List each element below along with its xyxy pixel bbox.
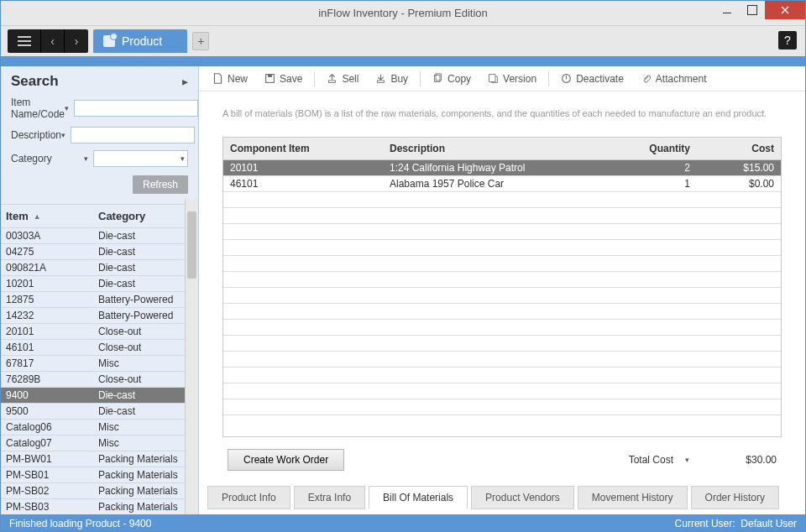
cell-category: Close-out [93,373,185,385]
bom-row-empty[interactable] [223,368,781,383]
list-item[interactable]: 14232Battery-Powered [1,308,185,324]
search-name-label[interactable]: Item Name/Code▾ [11,96,69,120]
tab-bill-of-materials[interactable]: Bill Of Materials [369,486,468,509]
list-item[interactable]: PM-BW01Packing Materials [1,451,185,467]
list-item[interactable]: 090821ADie-cast [1,260,185,276]
menu-button[interactable] [8,29,41,53]
list-item[interactable]: Catalog07Misc [1,436,185,451]
bom-row-empty[interactable] [223,240,781,256]
tab-product-info[interactable]: Product Info [207,486,290,509]
bom-row-empty[interactable] [223,272,781,288]
tab-product[interactable]: Product [93,29,187,53]
header-component[interactable]: Component Item [223,138,383,159]
header-quantity[interactable]: Quantity [621,138,697,159]
attachment-button[interactable]: Attachment [634,70,714,87]
list-item[interactable]: 20101Close-out [1,324,185,340]
new-icon [212,73,223,84]
list-item[interactable]: 46101Close-out [1,340,185,356]
bom-row-empty[interactable] [223,304,781,320]
maximize-button[interactable] [740,1,765,19]
cell-quantity: 1 [621,178,697,190]
list-item[interactable]: 67817Misc [1,356,185,372]
list-item[interactable]: PM-SB03Packing Materials [1,499,185,514]
sidebar-scrollbar[interactable] [185,199,198,514]
search-cat-label[interactable]: Category▾ [11,153,88,164]
header-item[interactable]: Item▲ [1,205,93,227]
minimize-button[interactable] [714,1,740,19]
create-work-order-button[interactable]: Create Work Order [228,449,344,471]
tab-product-vendors[interactable]: Product Vendors [471,486,574,509]
product-icon [103,35,115,47]
bom-row-empty[interactable] [223,383,781,399]
cell-item: 9400 [1,389,93,401]
cell-item: 04275 [1,246,93,258]
list-item[interactable]: 9400Die-cast [1,388,185,404]
tab-bar: ‹ › Product + ? [1,26,805,56]
nav-back-button[interactable]: ‹ [41,29,65,53]
list-item[interactable]: PM-SB02Packing Materials [1,483,185,499]
bom-row-empty[interactable] [223,336,781,352]
nav-group: ‹ › [8,29,88,53]
nav-forward-button[interactable]: › [65,29,88,53]
tab-order-history[interactable]: Order History [691,486,779,509]
bom-row-empty[interactable] [223,256,781,272]
list-item[interactable]: 00303ADie-cast [1,228,185,244]
window-controls [714,1,805,19]
close-button[interactable] [765,1,805,19]
save-button[interactable]: Save [258,70,309,87]
buy-button[interactable]: Buy [369,70,415,87]
bom-row-empty[interactable] [223,208,781,224]
search-desc-input[interactable] [71,127,195,143]
tab-extra-info[interactable]: Extra Info [294,486,365,509]
cell-quantity: 2 [621,162,697,174]
chevron-down-icon: ▾ [61,131,65,139]
item-list-header[interactable]: Item▲ Category [1,204,185,228]
bom-row-empty[interactable] [223,288,781,304]
bom-row[interactable]: 46101Alabama 1957 Police Car1$0.00 [223,176,781,192]
cell-category: Packing Materials [93,501,185,513]
copy-button[interactable]: Copy [426,70,478,87]
list-item[interactable]: 10201Die-cast [1,276,185,292]
cell-item: Catalog06 [1,421,93,433]
toolbar-separator [548,71,549,86]
bom-row-empty[interactable] [223,352,781,368]
bom-row-empty[interactable] [223,320,781,336]
tab-movement-history[interactable]: Movement History [578,486,688,509]
header-description[interactable]: Description [383,138,621,159]
help-button[interactable]: ? [778,31,797,50]
add-tab-button[interactable]: + [192,32,209,50]
bom-row-empty[interactable] [223,224,781,240]
bom-row-empty[interactable] [223,399,781,415]
cell-category: Battery-Powered [93,310,185,321]
search-cat-combo[interactable]: ▾ [93,150,188,167]
toolbar-separator [420,71,421,86]
list-item[interactable]: PM-SB01Packing Materials [1,467,185,483]
total-cost: Total Cost ▾ $30.00 [629,454,777,466]
new-button[interactable]: New [206,70,254,87]
list-item[interactable]: 12875Battery-Powered [1,292,185,308]
deactivate-button[interactable]: Deactivate [554,70,631,87]
sell-button[interactable]: Sell [320,70,365,87]
status-user: Current User: Default User [675,518,797,529]
collapse-arrow-icon[interactable]: ▸ [182,75,188,88]
list-item[interactable]: 9500Die-cast [1,404,185,420]
cell-item: 46101 [1,342,93,353]
deactivate-icon [561,73,572,84]
search-name-input[interactable] [74,100,198,117]
tab-label: Product [122,34,162,48]
cell-item: 12875 [1,294,93,305]
bom-row-empty[interactable] [223,192,781,208]
search-title: Search [11,73,59,90]
search-desc-label[interactable]: Description▾ [11,129,65,141]
list-item[interactable]: Catalog06Misc [1,420,185,436]
list-item[interactable]: 76289BClose-out [1,372,185,388]
chevron-down-icon[interactable]: ▾ [685,456,689,464]
refresh-button[interactable]: Refresh [133,175,188,194]
version-button[interactable]: Version [481,70,543,87]
bom-row[interactable]: 201011:24 California Highway Patrol2$15.… [223,160,781,176]
sidebar: Search ▸ Item Name/Code▾ Description▾ Ca… [1,66,199,514]
header-category[interactable]: Category [93,205,185,227]
chevron-right-icon: › [75,34,79,48]
header-cost[interactable]: Cost [697,138,781,159]
list-item[interactable]: 04275Die-cast [1,244,185,260]
